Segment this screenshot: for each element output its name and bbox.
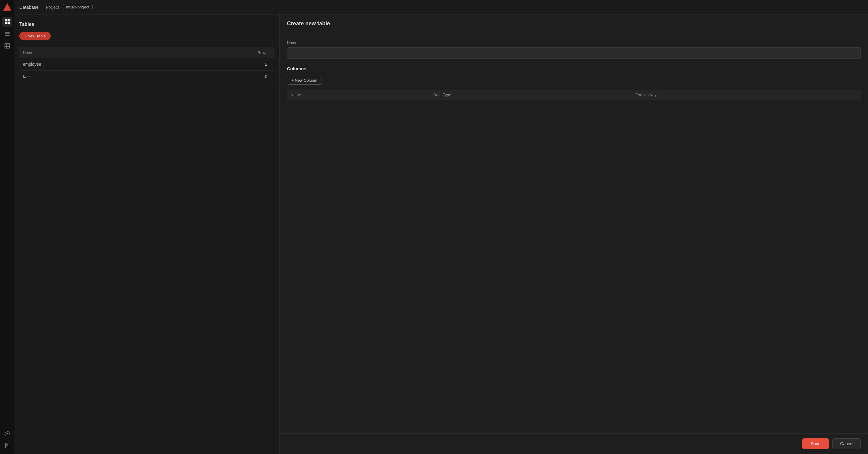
new-table-button[interactable]: + New Table (19, 32, 51, 40)
sidebar-icon-grid[interactable] (2, 17, 12, 27)
svg-rect-7 (5, 33, 10, 34)
svg-rect-3 (7, 19, 10, 22)
table-header-rows: Rows (160, 47, 275, 58)
table-cell-rows: 2 (160, 58, 275, 70)
create-table-panel: Create new table Name Columns + New Colu… (280, 14, 868, 454)
col-header-name: Name (287, 90, 430, 100)
svg-rect-5 (7, 22, 10, 24)
table-cell-rows: 0 (160, 70, 275, 83)
table-header-name: Name (19, 47, 160, 58)
save-button[interactable]: Save (802, 438, 829, 449)
bottom-icons (2, 429, 12, 450)
table-cell-name: task (19, 70, 160, 83)
header-breadcrumb: Project (46, 5, 59, 10)
create-panel-body: Name Columns + New Column Name Data Type… (280, 33, 868, 433)
svg-point-13 (7, 433, 8, 434)
app-logo (2, 2, 12, 12)
content-row: Tables + New Table Name Rows employee 2 … (14, 14, 868, 454)
col-header-foreignkey: Foreign Key (632, 90, 861, 100)
svg-rect-14 (5, 443, 9, 448)
create-panel-header: Create new table (280, 14, 868, 33)
header-project-tag: mysql-project (63, 4, 93, 10)
icon-sidebar (0, 0, 14, 454)
top-header: Database Project mysql-project (14, 0, 868, 14)
tables-panel: Tables + New Table Name Rows employee 2 … (14, 14, 280, 454)
tables-heading: Tables (19, 22, 275, 27)
cancel-button[interactable]: Cancel (832, 438, 861, 449)
svg-rect-9 (5, 43, 10, 48)
settings-icon[interactable] (2, 429, 12, 438)
tables-table: Name Rows employee 2 task 0 (19, 47, 275, 83)
columns-section-title: Columns (287, 66, 861, 71)
svg-rect-6 (5, 32, 10, 33)
new-column-button[interactable]: + New Column (287, 76, 322, 85)
svg-rect-4 (5, 22, 7, 24)
table-row[interactable]: task 0 (19, 70, 275, 83)
table-name-input[interactable] (287, 47, 861, 59)
col-header-datatype: Data Type (430, 90, 632, 100)
main-area: Database Project mysql-project Tables + … (14, 0, 868, 454)
svg-rect-2 (5, 19, 7, 22)
svg-rect-8 (5, 35, 10, 36)
columns-table: Name Data Type Foreign Key (287, 90, 861, 100)
name-label: Name (287, 40, 861, 45)
sidebar-icon-table[interactable] (2, 41, 12, 51)
create-panel-footer: Save Cancel (280, 433, 868, 454)
table-row[interactable]: employee 2 (19, 58, 275, 70)
sidebar-icon-list[interactable] (2, 29, 12, 38)
table-cell-name: employee (19, 58, 160, 70)
header-title: Database (19, 4, 38, 10)
create-panel-title: Create new table (287, 21, 861, 27)
book-icon[interactable] (2, 441, 12, 450)
